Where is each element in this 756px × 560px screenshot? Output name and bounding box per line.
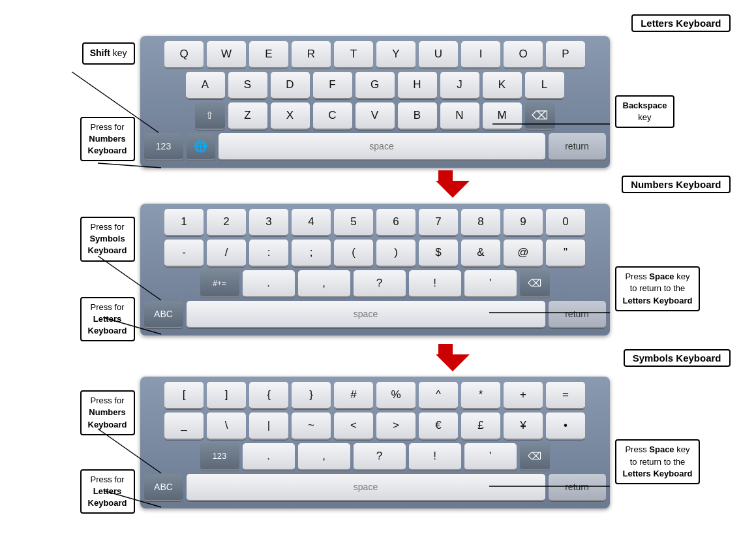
key-dollar[interactable]: $ — [419, 240, 458, 267]
key-pipe[interactable]: | — [249, 412, 288, 440]
numbers-space-key[interactable]: space — [187, 301, 545, 328]
key-r[interactable]: R — [292, 41, 331, 69]
key-l[interactable]: L — [525, 72, 564, 99]
key-v[interactable]: V — [355, 102, 395, 130]
key-z[interactable]: Z — [228, 102, 267, 130]
symbols-keyboard-title: Symbols Keyboard — [624, 349, 731, 367]
key-lt[interactable]: < — [334, 412, 373, 440]
key-7[interactable]: 7 — [419, 209, 458, 236]
main-container: Letters Keyboard Shift key Press forNumb… — [0, 0, 756, 520]
key-rcurly[interactable]: } — [292, 382, 331, 409]
key-m[interactable]: M — [483, 102, 522, 130]
symbols-space-key[interactable]: space — [187, 474, 545, 501]
key-minus[interactable]: - — [164, 240, 204, 267]
key-lparen[interactable]: ( — [334, 240, 373, 267]
numbers-keyboard[interactable]: 1 2 3 4 5 6 7 8 9 0 - / — [140, 204, 610, 335]
key-5[interactable]: 5 — [334, 209, 373, 236]
key-8[interactable]: 8 — [461, 209, 500, 236]
key-asterisk[interactable]: * — [461, 382, 500, 409]
key-ampersand[interactable]: & — [461, 240, 500, 267]
sym-comma[interactable]: , — [298, 443, 350, 471]
key-4[interactable]: 4 — [292, 209, 331, 236]
key-d[interactable]: D — [271, 72, 310, 99]
letters-space-key[interactable]: space — [219, 133, 545, 161]
key-underscore[interactable]: _ — [164, 412, 204, 440]
globe-key[interactable]: 🌐 — [187, 133, 215, 161]
key-9[interactable]: 9 — [504, 209, 543, 236]
key-6[interactable]: 6 — [376, 209, 416, 236]
key-rbracket[interactable]: ] — [207, 382, 246, 409]
key-tilde[interactable]: ~ — [292, 412, 331, 440]
key-x[interactable]: X — [271, 102, 310, 130]
key-1[interactable]: 1 — [164, 209, 204, 236]
key-h[interactable]: H — [398, 72, 437, 99]
key-n[interactable]: N — [440, 102, 479, 130]
key-u[interactable]: U — [419, 41, 458, 69]
sym-period[interactable]: . — [243, 443, 295, 471]
numbers-return-key[interactable]: return — [549, 301, 606, 328]
symbols-backspace-key[interactable]: ⌫ — [520, 443, 550, 471]
key-f[interactable]: F — [313, 72, 352, 99]
key-euro[interactable]: € — [419, 412, 458, 440]
key-yen[interactable]: ¥ — [504, 412, 543, 440]
key-bullet[interactable]: • — [546, 412, 585, 440]
key-lbracket[interactable]: [ — [164, 382, 204, 409]
sym-question[interactable]: ? — [354, 443, 406, 471]
key-plus[interactable]: + — [504, 382, 543, 409]
letters-num-switch[interactable]: 123 — [144, 133, 183, 161]
key-gt[interactable]: > — [376, 412, 416, 440]
symbols-num-switch[interactable]: 123 — [200, 443, 239, 471]
key-rparen[interactable]: ) — [376, 240, 416, 267]
key-comma[interactable]: , — [298, 270, 350, 298]
key-p[interactable]: P — [546, 41, 585, 69]
key-o[interactable]: O — [504, 41, 543, 69]
symbols-keyboard[interactable]: [ ] { } # % ^ * + = _ \ — [140, 377, 610, 508]
key-k[interactable]: K — [483, 72, 522, 99]
key-pound[interactable]: £ — [461, 412, 500, 440]
key-hash[interactable]: # — [334, 382, 373, 409]
numbers-sym-switch[interactable]: #+= — [200, 270, 239, 298]
key-g[interactable]: G — [355, 72, 395, 99]
key-t[interactable]: T — [334, 41, 373, 69]
key-3[interactable]: 3 — [249, 209, 288, 236]
letters-keyboard[interactable]: Q W E R T Y U I O P A S — [140, 36, 610, 168]
key-i[interactable]: I — [461, 41, 500, 69]
key-question[interactable]: ? — [354, 270, 406, 298]
key-w[interactable]: W — [207, 41, 246, 69]
key-y[interactable]: Y — [376, 41, 416, 69]
numbers-abc-switch[interactable]: ABC — [144, 301, 183, 328]
key-s[interactable]: S — [228, 72, 267, 99]
key-period[interactable]: . — [243, 270, 295, 298]
sym-apostrophe[interactable]: ' — [464, 443, 517, 471]
key-c[interactable]: C — [313, 102, 352, 130]
key-e[interactable]: E — [249, 41, 288, 69]
symbols-return-key[interactable]: return — [549, 474, 606, 501]
numbers-space-return-label: Press Space keyto return to theLetters K… — [615, 266, 701, 311]
key-caret[interactable]: ^ — [419, 382, 458, 409]
sym-exclaim[interactable]: ! — [409, 443, 461, 471]
key-q[interactable]: Q — [164, 41, 204, 69]
letters-return-key[interactable]: return — [549, 133, 606, 161]
numbers-backspace-key[interactable]: ⌫ — [520, 270, 550, 298]
key-apostrophe[interactable]: ' — [464, 270, 517, 298]
key-a[interactable]: A — [186, 72, 225, 99]
key-colon[interactable]: : — [249, 240, 288, 267]
key-lcurly[interactable]: { — [249, 382, 288, 409]
key-j[interactable]: J — [440, 72, 479, 99]
key-equals[interactable]: = — [546, 382, 585, 409]
key-slash[interactable]: / — [207, 240, 246, 267]
key-at[interactable]: @ — [504, 240, 543, 267]
key-backslash[interactable]: \ — [207, 412, 246, 440]
key-exclaim[interactable]: ! — [409, 270, 461, 298]
symbols-abc-switch[interactable]: ABC — [144, 474, 183, 501]
key-percent[interactable]: % — [376, 382, 416, 409]
symbols-row-2: _ \ | ~ < > € £ ¥ • — [144, 412, 606, 440]
key-2[interactable]: 2 — [207, 209, 246, 236]
key-0[interactable]: 0 — [546, 209, 585, 236]
symbols-row-1: [ ] { } # % ^ * + = — [144, 382, 606, 409]
key-semicolon[interactable]: ; — [292, 240, 331, 267]
key-quote[interactable]: " — [546, 240, 585, 267]
key-b[interactable]: B — [398, 102, 437, 130]
backspace-key[interactable]: ⌫ — [525, 102, 555, 130]
shift-key[interactable]: ⇧ — [195, 102, 225, 130]
